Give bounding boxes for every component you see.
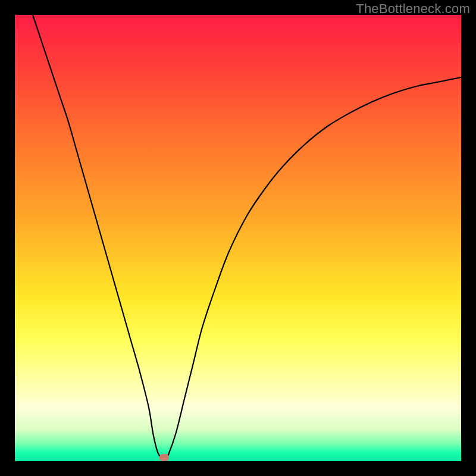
plot-background bbox=[15, 15, 461, 461]
chart-frame: TheBottleneck.com bbox=[0, 0, 476, 476]
watermark-text: TheBottleneck.com bbox=[356, 1, 470, 17]
